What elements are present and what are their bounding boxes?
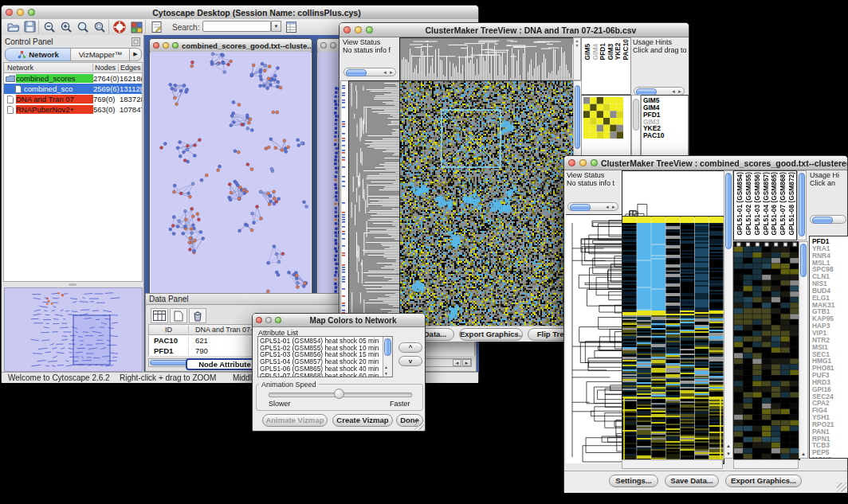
close-icon[interactable] [344, 26, 351, 33]
help-icon[interactable] [108, 20, 128, 34]
scrollbar-thumb[interactable] [384, 338, 391, 356]
attribute-item[interactable]: GPL51-07 (GSM868) heat shock 60 min [258, 373, 392, 377]
save-icon[interactable] [22, 20, 38, 34]
scrollbar-thumb[interactable] [800, 244, 807, 277]
array-label[interactable]: GPL51-01 (GSM854) [736, 172, 744, 236]
usage-hints-scrollbar[interactable] [810, 215, 846, 224]
network-name[interactable]: combined_sco [24, 84, 93, 93]
close-icon[interactable] [256, 317, 262, 323]
array-labels-panel[interactable]: GPL51-01 (GSM854)GPL51-02 (GSM855)GPL51-… [733, 170, 797, 240]
minimize-icon[interactable] [17, 9, 24, 16]
array-label[interactable]: GIM4 [591, 39, 599, 60]
move-up-button[interactable]: ^ [398, 342, 422, 353]
scroll-left-icon[interactable]: ◄ [671, 88, 676, 95]
col-edges[interactable]: Edges [119, 64, 142, 72]
minimize-icon[interactable] [330, 42, 336, 49]
create-vizmap-button[interactable]: Create Vizmap [332, 414, 393, 427]
array-label[interactable]: PFD1 [599, 39, 607, 60]
attribute-list[interactable]: GPL51-01 (GSM854) heat shock 05 minGPL51… [257, 336, 393, 377]
zoom-in-icon[interactable] [58, 20, 75, 34]
network-name[interactable]: RNAPuberNov2+ [16, 105, 93, 114]
settings-button[interactable]: Settings... [609, 475, 658, 487]
network-row[interactable]: combined_sco2569(6)13112(15) [4, 84, 142, 94]
scrollbar-thumb[interactable] [575, 85, 580, 149]
save-data-button[interactable]: Save Data... [665, 475, 719, 487]
treeview1-titlebar[interactable]: ClusterMaker TreeView : DNA and Tran 07-… [340, 23, 689, 37]
column-tree-panel[interactable] [622, 170, 724, 217]
move-down-button[interactable]: v [398, 356, 422, 366]
treeview2-titlebar[interactable]: ClusterMaker TreeView : combined_scores_… [564, 156, 847, 170]
col-nodes[interactable]: Nodes [93, 64, 119, 72]
array-label[interactable]: YKE2 [614, 39, 622, 60]
export-graphics-button[interactable]: Export Graphics... [725, 475, 802, 487]
zoom-hscrollbar[interactable] [733, 459, 799, 469]
network-overview-thumbnail[interactable] [4, 287, 143, 372]
vizmapper-icon[interactable] [128, 20, 145, 34]
scroll-left-icon[interactable]: ◄ [605, 204, 610, 210]
gene-label[interactable]: MON2 [812, 456, 848, 459]
network-name[interactable]: combined_scores [16, 74, 93, 83]
heatmap-canvas[interactable] [622, 216, 724, 464]
array-label[interactable]: GPL51-03 (GSM856) [753, 172, 762, 236]
row-dendrogram[interactable] [348, 80, 401, 327]
scroll-up-icon[interactable]: ▲ [801, 451, 806, 456]
scroll-left-icon[interactable]: ◄ [383, 69, 387, 76]
array-label[interactable]: GIM5 [583, 39, 591, 60]
network-row[interactable]: DNA and Tran 07769(0)183728(0) [4, 94, 142, 104]
minimize-icon[interactable] [355, 26, 362, 33]
tab-overflow-button[interactable]: ▶ [129, 48, 142, 61]
array-label[interactable]: PAC10 [622, 39, 630, 60]
gene-label[interactable]: PAC10 [643, 132, 688, 139]
network-canvas[interactable] [151, 52, 311, 299]
network-view-titlebar[interactable]: combined_scores_good.txt--cluste... [150, 39, 312, 53]
row-dendrogram[interactable] [566, 214, 622, 463]
scroll-down-icon[interactable]: ▼ [384, 371, 388, 376]
array-label[interactable]: GPL51-02 (GSM855) [744, 172, 753, 236]
minimize-icon[interactable] [163, 42, 169, 49]
zoom-fit-icon[interactable] [75, 20, 92, 34]
array-label[interactable]: GIM3 [607, 39, 614, 60]
search-input[interactable] [202, 21, 271, 32]
zoom-window-icon[interactable] [172, 42, 179, 49]
annotation-icon[interactable] [145, 20, 165, 34]
tab-network[interactable]: Network [5, 48, 72, 61]
zoom-selected-icon[interactable] [92, 20, 108, 34]
delete-attribute-icon[interactable] [189, 308, 206, 323]
col-network[interactable]: Network [4, 64, 93, 72]
attribute-list-scrollbar[interactable]: ▲ ▼ [383, 337, 392, 377]
resize-grip[interactable] [837, 483, 846, 492]
scroll-right-icon[interactable]: ► [462, 359, 471, 366]
scroll-left-icon[interactable]: ◄ [453, 359, 461, 366]
scroll-up-icon[interactable]: ▲ [726, 443, 731, 448]
gene-labels-panel[interactable]: PFD1YRA1RNR4MSL1SPC98CLN1NIS1BUD4ELG1MAK… [809, 236, 848, 459]
close-icon[interactable] [6, 9, 13, 16]
zoom-window-icon[interactable] [275, 317, 281, 323]
heatmap-hscrollbar[interactable] [622, 459, 723, 469]
table-view-icon[interactable] [151, 308, 168, 323]
network-view-window[interactable]: combined_scores_good.txt--cluste... [149, 38, 312, 299]
column-tree-scrollbar[interactable]: ▲▼ [573, 37, 581, 80]
column-labels-panel[interactable]: GIM5GIM4PFD1GIM3YKE2PAC10 [581, 37, 631, 95]
array-label[interactable]: GPL51-07 (GSM868) [779, 172, 787, 236]
zoom-window-icon[interactable] [28, 9, 35, 16]
minimize-icon[interactable] [579, 159, 587, 166]
new-attribute-icon[interactable] [170, 308, 187, 323]
network-table-header[interactable]: Network Nodes Edges [4, 63, 142, 73]
search-dropdown-icon[interactable]: ▼ [271, 21, 281, 32]
float-panel-icon[interactable] [132, 37, 140, 46]
array-label[interactable]: GPL51-06 (GSM865) [770, 172, 779, 236]
array-label[interactable]: GPL51-08 (GSM872) [787, 172, 796, 236]
scroll-down-icon[interactable]: ▼ [726, 451, 731, 456]
scrollbar-thumb[interactable] [633, 99, 639, 131]
scrollbar-thumb[interactable] [799, 173, 805, 236]
heatmap-vscrollbar[interactable]: ▲ ▼ [724, 170, 733, 459]
network-name[interactable]: DNA and Tran 07 [16, 95, 93, 104]
main-titlebar[interactable]: Cytoscape Desktop (Session Name: collins… [2, 6, 478, 20]
column-dendrogram[interactable] [399, 37, 574, 82]
export-graphics-button[interactable]: Export Graphics... [459, 328, 523, 341]
zoom-out-icon[interactable] [38, 20, 58, 34]
network-row[interactable]: combined_scores2764(0)16218(0) [4, 73, 142, 84]
scroll-right-icon[interactable]: ► [389, 69, 394, 76]
scroll-up-icon[interactable]: ▲ [384, 365, 388, 369]
animate-vizmap-button[interactable]: Animate Vizmap [262, 414, 328, 427]
